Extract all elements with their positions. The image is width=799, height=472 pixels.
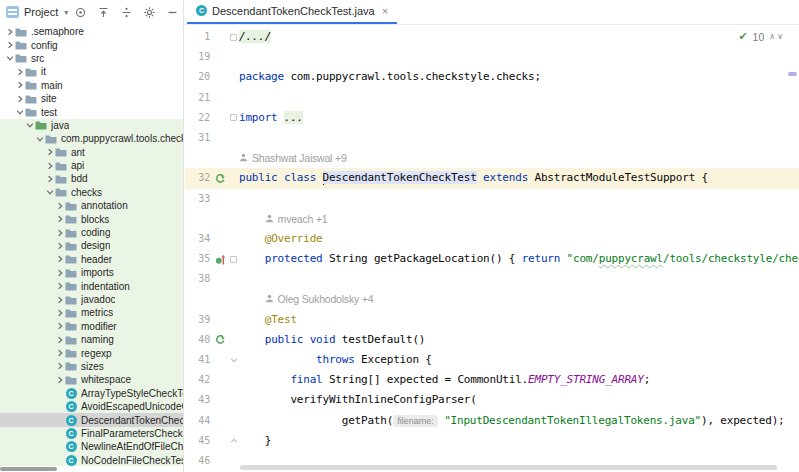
tree-chevron-icon[interactable] xyxy=(55,229,64,237)
chevron-down-icon[interactable]: ▾ xyxy=(64,8,68,17)
blame-row[interactable]: mveach +1 xyxy=(185,209,799,229)
code-line-42[interactable]: 42 final String[] expected = CommonUtil.… xyxy=(185,370,799,390)
tree-chevron-icon[interactable] xyxy=(25,121,34,129)
expand-collapse-icon[interactable] xyxy=(119,5,133,19)
tree-item-regexp[interactable]: regexp xyxy=(0,346,183,359)
tree-item-naming[interactable]: naming xyxy=(0,333,183,346)
tree-item-blocks[interactable]: blocks xyxy=(0,212,183,225)
tree-item-site[interactable]: site xyxy=(0,92,183,105)
tree-chevron-icon[interactable] xyxy=(55,349,64,357)
tree-item-whitespace[interactable]: whitespace xyxy=(0,373,183,386)
blame-author[interactable]: mveach +1 xyxy=(239,209,799,229)
code-line-20[interactable]: 20package com.puppycrawl.tools.checkstyl… xyxy=(185,67,799,87)
tree-item-header[interactable]: header xyxy=(0,253,183,266)
blame-author[interactable]: Oleg Sukhodolsky +4 xyxy=(239,289,799,309)
tree-item-newlineatendoffilechecktest[interactable]: CNewlineAtEndOfFileCheckTest xyxy=(0,440,183,453)
tree-chevron-icon[interactable] xyxy=(45,162,54,170)
tab-descendanttokenchecktest[interactable]: C DescendantTokenCheckTest.java × xyxy=(187,0,397,24)
tree-chevron-icon[interactable] xyxy=(55,269,64,277)
code-line-31[interactable]: 31 xyxy=(185,128,799,148)
tree-item-sizes[interactable]: sizes xyxy=(0,360,183,373)
fold-marker[interactable] xyxy=(228,27,239,47)
tree-item-com-puppycrawl-tools-checkstyle[interactable]: com.puppycrawl.tools.checkstyle xyxy=(0,132,183,145)
collapse-all-icon[interactable] xyxy=(96,5,110,19)
blame-row[interactable]: Shashwat Jaiswal +9 xyxy=(185,148,799,168)
code-line-22[interactable]: 22import ... xyxy=(185,108,799,128)
code-line-35[interactable]: 35 protected String getPackageLocation()… xyxy=(185,249,799,269)
tree-chevron-icon[interactable] xyxy=(35,135,44,143)
tree-chevron-icon[interactable] xyxy=(15,108,24,116)
tree-chevron-icon[interactable] xyxy=(55,282,64,290)
tree-chevron-icon[interactable] xyxy=(55,362,64,370)
code-line-21[interactable]: 21 xyxy=(185,88,799,108)
tree-item-nocodeinfilechecktest[interactable]: CNoCodeInFileCheckTest xyxy=(0,454,183,467)
code-line-1[interactable]: 1/.../ xyxy=(185,27,799,47)
overrides-gutter-icon[interactable] xyxy=(212,249,228,269)
tree-chevron-icon[interactable] xyxy=(5,28,14,36)
code-line-41[interactable]: 41 throws Exception { xyxy=(185,350,799,370)
tree-horizontal-scrollbar[interactable] xyxy=(0,467,57,471)
prev-issue-icon[interactable]: ∧ xyxy=(769,32,777,41)
tree-item-test[interactable]: test xyxy=(0,105,183,118)
tree-item-checks[interactable]: checks xyxy=(0,186,183,199)
code-line-33[interactable]: 33 xyxy=(185,189,799,209)
settings-gear-icon[interactable] xyxy=(142,5,156,19)
overridden-gutter-icon[interactable] xyxy=(212,168,228,188)
code-line-39[interactable]: 39 @Test xyxy=(185,310,799,330)
tree-item-descendanttokenchecktest[interactable]: CDescendantTokenCheckTest xyxy=(0,413,183,426)
blame-author[interactable]: Shashwat Jaiswal +9 xyxy=(239,148,799,168)
tree-chevron-icon[interactable] xyxy=(55,296,64,304)
tree-chevron-icon[interactable] xyxy=(55,242,64,250)
fold-marker[interactable] xyxy=(228,350,239,370)
tree-item-metrics[interactable]: metrics xyxy=(0,306,183,319)
blame-row[interactable]: Oleg Sukhodolsky +4 xyxy=(185,289,799,309)
fold-marker[interactable] xyxy=(228,431,239,451)
code-line-34[interactable]: 34 @Override xyxy=(185,229,799,249)
tree-item-modifier[interactable]: modifier xyxy=(0,320,183,333)
tree-item-config[interactable]: config xyxy=(0,38,183,51)
code-line-32[interactable]: 32public class DescendantTokenCheckTest … xyxy=(185,168,799,188)
tree-chevron-icon[interactable] xyxy=(15,81,24,89)
code-line-45[interactable]: 45 } xyxy=(185,431,799,451)
tree-chevron-icon[interactable] xyxy=(15,68,24,76)
editor-horizontal-scrollbar[interactable] xyxy=(240,465,777,470)
tree-item-finalparameterschecktest[interactable]: CFinalParametersCheckTest xyxy=(0,427,183,440)
tree-chevron-icon[interactable] xyxy=(55,309,64,317)
tree-item-arraytypestylechecktest[interactable]: CArrayTypeStyleCheckTest xyxy=(0,387,183,400)
hide-tool-window-icon[interactable] xyxy=(165,5,179,19)
tree-item-java[interactable]: java xyxy=(0,119,183,132)
tree-chevron-icon[interactable] xyxy=(55,215,64,223)
tree-chevron-icon[interactable] xyxy=(45,175,54,183)
tree-item-coding[interactable]: coding xyxy=(0,226,183,239)
tree-item-semaphore[interactable]: .semaphore xyxy=(0,25,183,38)
code-editor[interactable]: ✔ 10 ∧∨ 1/.../1920package com.puppycrawl… xyxy=(185,25,799,472)
fold-marker[interactable] xyxy=(228,108,239,128)
fold-marker[interactable] xyxy=(228,249,239,269)
tree-item-javadoc[interactable]: javadoc xyxy=(0,293,183,306)
tree-chevron-icon[interactable] xyxy=(15,95,24,103)
code-line-40[interactable]: 40 public void testDefault() xyxy=(185,330,799,350)
code-line-43[interactable]: 43 verifyWithInlineConfigParser( xyxy=(185,390,799,410)
tree-item-annotation[interactable]: annotation xyxy=(0,199,183,212)
tree-chevron-icon[interactable] xyxy=(45,148,54,156)
inspection-widget[interactable]: ✔ 10 ∧∨ xyxy=(738,30,785,43)
code-line-44[interactable]: 44 getPath(filename: "InputDescendantTok… xyxy=(185,411,799,431)
tree-chevron-icon[interactable] xyxy=(5,41,14,49)
tree-item-bdd[interactable]: bdd xyxy=(0,172,183,185)
tree-item-api[interactable]: api xyxy=(0,159,183,172)
tree-chevron-icon[interactable] xyxy=(55,255,64,263)
code-line-19[interactable]: 19 xyxy=(185,47,799,67)
tree-item-ant[interactable]: ant xyxy=(0,146,183,159)
close-tab-icon[interactable]: × xyxy=(382,5,388,17)
overridden-gutter-icon[interactable] xyxy=(212,330,228,350)
tree-chevron-icon[interactable] xyxy=(55,376,64,384)
inspection-nav-arrows[interactable]: ∧∨ xyxy=(769,32,785,41)
locate-icon[interactable] xyxy=(73,5,87,19)
tree-item-indentation[interactable]: indentation xyxy=(0,279,183,292)
tree-chevron-icon[interactable] xyxy=(5,54,14,62)
tree-chevron-icon[interactable] xyxy=(45,188,54,196)
tree-item-design[interactable]: design xyxy=(0,239,183,252)
tree-item-avoidescapedunicodecharactersche[interactable]: CAvoidEscapedUnicodeCharactersChe xyxy=(0,400,183,413)
next-issue-icon[interactable]: ∨ xyxy=(777,32,785,41)
tree-item-it[interactable]: it xyxy=(0,65,183,78)
